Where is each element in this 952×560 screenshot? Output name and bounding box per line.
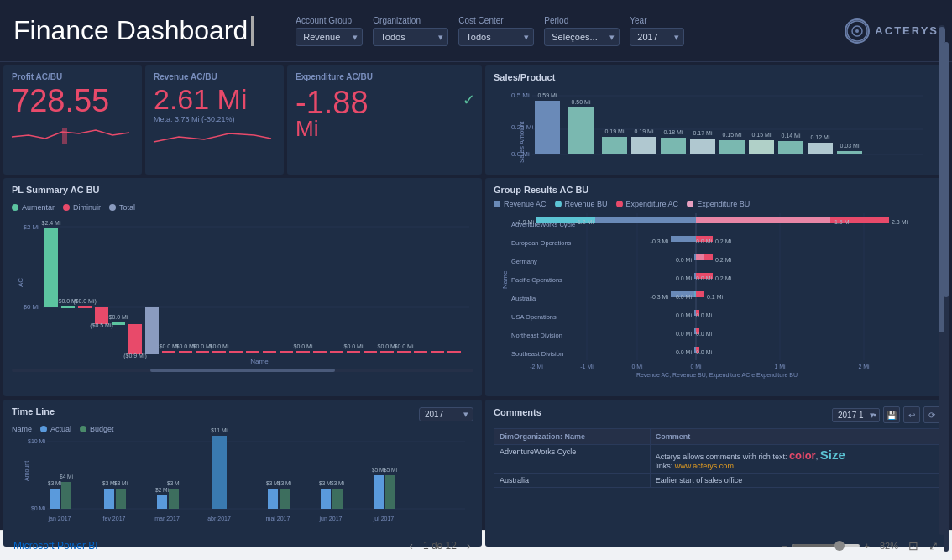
svg-text:0.5 Mi: 0.5 Mi: [511, 92, 530, 99]
svg-rect-103: [696, 217, 830, 223]
svg-text:0.0 Mi: 0.0 Mi: [676, 312, 693, 318]
filter-cost-center-select[interactable]: Todos Finance IT: [458, 28, 534, 46]
refresh-button[interactable]: ⟳: [923, 406, 940, 423]
svg-rect-170: [332, 489, 343, 509]
svg-rect-151: [104, 489, 114, 509]
svg-rect-169: [321, 489, 331, 509]
powerbi-link[interactable]: Microsoft Power BI: [13, 540, 98, 552]
svg-text:$2.4 Mi: $2.4 Mi: [42, 220, 61, 226]
pl-summary-panel: PL Summary AC BU Aumentar Diminuir Total…: [3, 178, 482, 396]
comment-row-2: Australia Earlier start of sales office: [494, 474, 940, 488]
save-button[interactable]: 💾: [883, 406, 900, 423]
revenue-card: Revenue AC/BU 2.61 Mi Meta: 3,73 Mi (-30…: [145, 65, 284, 175]
filter-year-select[interactable]: 2017 2016 2015: [630, 28, 684, 46]
svg-rect-165: [280, 489, 290, 509]
svg-text:AC: AC: [17, 278, 24, 287]
svg-rect-44: [95, 307, 108, 324]
revenue-meta: Meta: 3,73 Mi (-30.21%): [154, 115, 275, 123]
col-org-header: DimOrganization: Name: [494, 429, 651, 445]
prev-page-button[interactable]: ‹: [409, 539, 413, 552]
svg-text:-0.3 Mi: -0.3 Mi: [651, 294, 669, 300]
header: Finance Dashboard Account Group Revenue …: [0, 0, 952, 62]
svg-text:Southeast Division: Southeast Division: [511, 350, 563, 358]
cards-row: Profit AC/BU 728.55 Revenue AC/BU 2.61 M…: [3, 65, 482, 175]
svg-rect-40: [61, 306, 75, 308]
svg-rect-125: [696, 291, 704, 297]
timeline-year-select[interactable]: 2017 2016: [419, 407, 473, 421]
svg-text:0.0 Mi: 0.0 Mi: [696, 312, 713, 318]
legend-expenditure-ac-label: Expenditure AC: [626, 200, 679, 208]
legend-expenditure-ac: Expenditure AC: [616, 200, 679, 208]
comments-scrollbar[interactable]: [944, 42, 949, 552]
next-page-button[interactable]: ›: [467, 539, 471, 552]
zoom-thumb: [834, 541, 845, 551]
filter-account-group-select[interactable]: Revenue Cost All: [296, 28, 363, 46]
legend-actual-dot: [40, 426, 47, 432]
svg-text:$3 Mi: $3 Mi: [167, 480, 180, 486]
svg-text:0.0 Mi: 0.0 Mi: [676, 275, 693, 281]
svg-rect-174: [374, 475, 384, 509]
svg-text:Pacific Operations: Pacific Operations: [511, 276, 562, 284]
svg-text:($0.9 Mi): ($0.9 Mi): [123, 353, 147, 359]
svg-rect-147: [61, 482, 71, 509]
filter-organization-select[interactable]: Todos EMEA APAC: [373, 28, 448, 46]
sales-product-title: Sales/Product: [494, 72, 940, 82]
legend-expenditure-bu: Expenditure BU: [687, 200, 750, 208]
pl-summary-scrollbar[interactable]: [12, 369, 473, 372]
cursor-indicator: [251, 16, 254, 46]
expenditure-title: Expenditure AC/BU: [296, 72, 473, 81]
svg-rect-66: [330, 351, 343, 353]
svg-rect-74: [414, 351, 427, 353]
legend-revenue-bu-dot: [555, 201, 562, 207]
size-word: Size: [820, 447, 845, 462]
svg-text:$0.0 Mi: $0.0 Mi: [109, 314, 128, 320]
legend-total-label: Total: [119, 203, 135, 212]
svg-rect-75: [431, 351, 444, 353]
svg-text:-0.3 Mi: -0.3 Mi: [651, 238, 669, 244]
svg-text:mar 2017: mar 2017: [154, 516, 180, 521]
undo-button[interactable]: ↩: [903, 406, 920, 423]
filter-period-wrapper[interactable]: Seleções... Q1 Q2: [544, 28, 620, 46]
svg-text:$0.0 Mi: $0.0 Mi: [395, 343, 414, 349]
svg-text:Northeast Division: Northeast Division: [511, 332, 562, 339]
svg-text:Name: Name: [501, 270, 509, 289]
sales-product-panel: Sales/Product 0.5 Mi 0.25 Mi 0.0 Mi 0.59…: [485, 65, 949, 175]
svg-text:0.2 Mi: 0.2 Mi: [715, 275, 732, 281]
profit-value: 728.55: [12, 85, 133, 117]
filter-cost-center-wrapper[interactable]: Todos Finance IT: [458, 28, 534, 46]
svg-rect-26: [778, 141, 803, 154]
filter-account-group-wrapper[interactable]: Revenue Cost All: [296, 28, 363, 46]
svg-text:0.18 Mi: 0.18 Mi: [664, 129, 683, 135]
svg-text:0.50 Mi: 0.50 Mi: [572, 99, 591, 105]
comments-year-wrapper[interactable]: 2017 1 2017 2 2016 1 ▾: [832, 408, 880, 422]
svg-text:0.03 Mi: 0.03 Mi: [840, 143, 860, 149]
zoom-level: 82%: [880, 541, 898, 551]
svg-rect-156: [157, 495, 167, 509]
timeline-title: Time Line: [12, 406, 55, 416]
comments-header: Comments 2017 1 2017 2 2016 1 ▾ 💾 ↩ ⟳: [494, 406, 940, 423]
zoom-minus[interactable]: −: [782, 541, 787, 551]
filter-year-wrapper[interactable]: 2017 2016 2015: [630, 28, 684, 46]
svg-text:$0 Mi: $0 Mi: [23, 303, 39, 311]
svg-text:abr 2017: abr 2017: [207, 516, 231, 521]
filter-organization-wrapper[interactable]: Todos EMEA APAC: [373, 28, 448, 46]
svg-text:$3 Mi: $3 Mi: [278, 480, 291, 486]
svg-text:1.6 Mi: 1.6 Mi: [834, 219, 851, 225]
svg-text:$0.0 Mi: $0.0 Mi: [210, 343, 229, 349]
filter-period-label: Period: [544, 16, 620, 25]
fit-screen-button[interactable]: ⊡: [908, 539, 918, 552]
filter-account-group-label: Account Group: [296, 16, 363, 25]
svg-text:0.15 Mi: 0.15 Mi: [752, 132, 772, 138]
expenditure-card: Expenditure AC/BU -1.88 Mi ✓: [287, 65, 482, 175]
svg-text:0.0 Mi: 0.0 Mi: [676, 294, 693, 300]
filter-period-select[interactable]: Seleções... Q1 Q2: [544, 28, 620, 46]
timeline-panel: Time Line 2017 2016 Name Actual Budget $…: [3, 400, 482, 547]
svg-rect-20: [690, 139, 715, 154]
svg-text:0.15 Mi: 0.15 Mi: [723, 132, 742, 138]
timeline-year-wrapper[interactable]: 2017 2016: [419, 407, 473, 421]
zoom-plus[interactable]: +: [865, 541, 870, 551]
zoom-bar[interactable]: [792, 544, 860, 547]
comments-year-select[interactable]: 2017 1 2017 2 2016 1: [832, 408, 880, 422]
fullscreen-button[interactable]: ⤢: [928, 539, 939, 552]
revenue-title: Revenue AC/BU: [154, 72, 275, 81]
